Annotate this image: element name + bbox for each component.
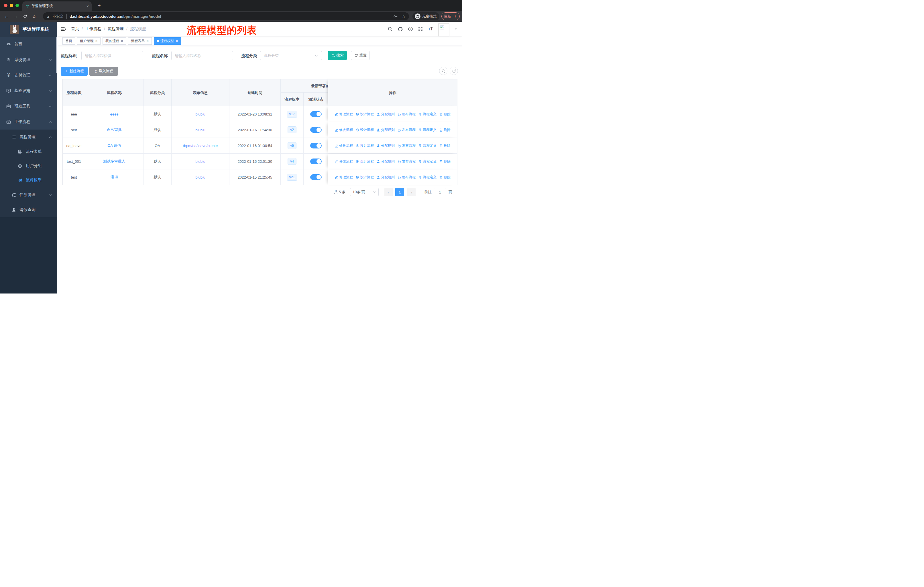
- close-icon[interactable]: ✕: [176, 39, 178, 43]
- action-publish[interactable]: 发布流程: [397, 143, 416, 148]
- action-publish[interactable]: 发布流程: [397, 175, 416, 180]
- action-modify[interactable]: 修改流程: [335, 159, 353, 164]
- sidebar-item-task-management[interactable]: 任务管理: [0, 187, 57, 202]
- sidebar-logo[interactable]: 芋道管理系统: [0, 22, 57, 37]
- action-delete[interactable]: 删除: [439, 159, 450, 164]
- tag-process-model[interactable]: 流程模型 ✕: [154, 37, 181, 45]
- action-assign-rule[interactable]: 分配规则: [376, 143, 395, 148]
- version-badge[interactable]: v4: [287, 158, 297, 165]
- close-icon[interactable]: ✕: [95, 39, 98, 43]
- action-publish[interactable]: 发布流程: [397, 112, 416, 117]
- form-info-link[interactable]: /bpm/oa/leave/create: [183, 144, 218, 148]
- sidebar-item-user-group[interactable]: 用户分组: [0, 159, 57, 173]
- process-name-link[interactable]: OA 请假: [107, 143, 121, 148]
- tag-home[interactable]: 首页: [63, 37, 75, 45]
- action-delete[interactable]: 删除: [439, 112, 450, 117]
- key-icon[interactable]: [393, 14, 398, 19]
- forward-icon[interactable]: →: [12, 11, 20, 22]
- active-toggle[interactable]: [310, 111, 322, 117]
- zoom-window-button[interactable]: [15, 4, 19, 7]
- process-name-link[interactable]: 自己审批: [107, 127, 122, 132]
- form-info-link[interactable]: biubiu: [195, 128, 205, 132]
- back-icon[interactable]: ←: [2, 11, 11, 22]
- sidebar-item-infra[interactable]: 基础设施: [0, 83, 57, 99]
- version-badge[interactable]: v17: [287, 111, 297, 117]
- action-assign-rule[interactable]: 分配规则: [376, 127, 395, 132]
- version-badge[interactable]: v21: [287, 174, 297, 180]
- action-definition[interactable]: 流程定义: [418, 159, 437, 164]
- action-design[interactable]: 设计流程: [355, 159, 374, 164]
- next-page-button[interactable]: ›: [407, 188, 416, 196]
- page-size-select[interactable]: 10条/页: [350, 188, 379, 196]
- font-size-icon[interactable]: тT: [428, 26, 433, 31]
- active-toggle[interactable]: [310, 143, 322, 149]
- sidebar-item-devtools[interactable]: 研发工具: [0, 99, 57, 114]
- help-icon[interactable]: [408, 26, 413, 31]
- current-page-button[interactable]: 1: [395, 188, 404, 196]
- avatar[interactable]: [438, 23, 449, 36]
- close-icon[interactable]: ✕: [120, 39, 123, 43]
- process-id-input[interactable]: [81, 51, 143, 60]
- reset-button[interactable]: 重置: [351, 51, 370, 60]
- action-definition[interactable]: 流程定义: [418, 112, 437, 117]
- active-toggle[interactable]: [310, 174, 322, 180]
- action-design[interactable]: 设计流程: [355, 127, 374, 132]
- action-publish[interactable]: 发布流程: [397, 127, 416, 132]
- action-design[interactable]: 设计流程: [355, 143, 374, 148]
- action-modify[interactable]: 修改流程: [335, 143, 353, 148]
- action-modify[interactable]: 修改流程: [335, 127, 353, 132]
- process-name-link[interactable]: 滔博: [111, 175, 118, 180]
- action-design[interactable]: 设计流程: [355, 112, 374, 117]
- version-badge[interactable]: v5: [287, 142, 297, 149]
- close-icon[interactable]: ✕: [146, 39, 148, 43]
- import-process-button[interactable]: ↥ 导入流程: [89, 67, 118, 76]
- sidebar-scrollbar[interactable]: [56, 37, 57, 73]
- category-select[interactable]: 流程分类: [260, 51, 322, 60]
- new-tab-button[interactable]: +: [95, 2, 103, 10]
- tag-tenant[interactable]: 租户管理 ✕: [77, 37, 101, 45]
- security-label[interactable]: 不安全: [53, 14, 64, 19]
- action-assign-rule[interactable]: 分配规则: [376, 159, 395, 164]
- sidebar-item-process-model[interactable]: 流程模型: [0, 173, 57, 187]
- action-delete[interactable]: 删除: [439, 143, 450, 148]
- avatar-caret-down-icon[interactable]: [454, 28, 457, 31]
- action-delete[interactable]: 删除: [439, 127, 450, 132]
- sidebar-item-pay[interactable]: ¥ 支付管理: [0, 68, 57, 83]
- refresh-table-button[interactable]: [450, 67, 458, 75]
- breadcrumb-workflow[interactable]: 工作流程: [85, 26, 101, 31]
- sidebar-item-system[interactable]: 系统管理: [0, 52, 57, 68]
- process-name-link[interactable]: 测试多审批人: [103, 159, 125, 164]
- minimize-window-button[interactable]: [10, 4, 13, 7]
- fullscreen-icon[interactable]: [418, 26, 423, 31]
- breadcrumb-home[interactable]: 首页: [71, 26, 79, 31]
- search-icon[interactable]: [388, 26, 393, 31]
- sidebar-item-leave-query[interactable]: 请假查询: [0, 202, 57, 217]
- active-toggle[interactable]: [310, 127, 322, 133]
- tag-my-process[interactable]: 我的流程 ✕: [102, 37, 126, 45]
- action-design[interactable]: 设计流程: [355, 175, 374, 180]
- search-button[interactable]: 搜索: [328, 51, 347, 60]
- sidebar-item-workflow[interactable]: 工作流程: [0, 114, 57, 129]
- action-definition[interactable]: 流程定义: [418, 175, 437, 180]
- prev-page-button[interactable]: ‹: [384, 188, 393, 196]
- close-window-button[interactable]: [4, 4, 7, 7]
- github-icon[interactable]: [398, 26, 403, 32]
- goto-page-input[interactable]: [434, 188, 446, 196]
- sidebar-item-home[interactable]: 首页: [0, 37, 57, 52]
- hamburger-icon[interactable]: [61, 26, 66, 32]
- action-modify[interactable]: 修改流程: [335, 175, 353, 180]
- process-name-link[interactable]: eeee: [110, 112, 119, 116]
- form-info-link[interactable]: biubiu: [195, 112, 205, 116]
- reload-icon[interactable]: [21, 11, 29, 22]
- process-name-input[interactable]: [171, 51, 233, 60]
- sidebar-item-process-form[interactable]: 流程表单: [0, 144, 57, 159]
- browser-tab[interactable]: 芋道管理系统 ×: [22, 2, 92, 11]
- form-info-link[interactable]: biubiu: [195, 175, 205, 179]
- breadcrumb-process-management[interactable]: 流程管理: [108, 26, 124, 31]
- form-info-link[interactable]: biubiu: [195, 159, 205, 164]
- browser-update-button[interactable]: 更新 ⋮: [441, 12, 460, 20]
- create-process-button[interactable]: ＋ 新建流程: [61, 67, 87, 76]
- update-label[interactable]: 更新: [444, 14, 451, 19]
- version-badge[interactable]: v2: [287, 126, 297, 133]
- action-definition[interactable]: 流程定义: [418, 143, 437, 148]
